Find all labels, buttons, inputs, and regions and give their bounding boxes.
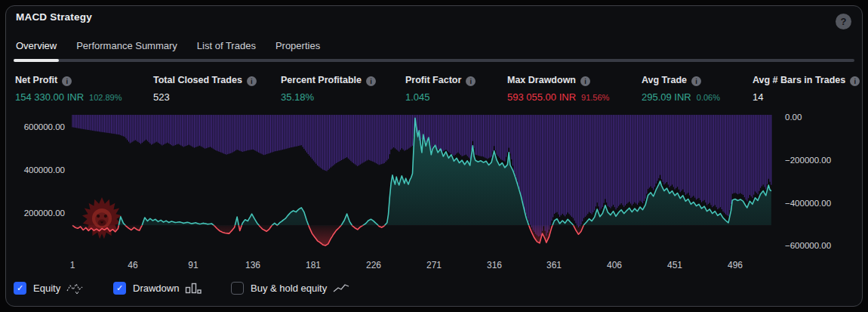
buy-hold-equity-toggle[interactable]: Buy & hold equity	[231, 282, 349, 295]
x-axis-tick: 271	[413, 260, 455, 270]
stat-label: Profit Factori	[405, 75, 476, 86]
buy-hold-equity-label: Buy & hold equity	[251, 283, 327, 294]
stat-value: 154 330.00 INR	[15, 91, 84, 103]
tab-properties[interactable]: Properties	[275, 40, 320, 51]
drawdown-label: Drawdown	[133, 283, 179, 294]
stat-net-profit: Net Profiti154 330.00 INR102.89%	[15, 75, 122, 103]
x-axis-tick: 46	[112, 260, 154, 270]
right-axis-tick: −400000.00	[785, 199, 831, 208]
stat-total-closed-trades: Total Closed Tradesi523	[153, 75, 257, 103]
stat-label: Max Drawdowni	[507, 75, 609, 86]
left-axis-tick: 200000.00	[0, 209, 65, 218]
stat-max-drawdown: Max Drawdowni593 055.00 INR91.56%	[507, 75, 609, 103]
x-axis-tick: 361	[533, 260, 575, 270]
left-axis-tick: 600000.00	[0, 122, 65, 131]
info-icon[interactable]: i	[466, 76, 476, 86]
x-axis-tick: 181	[292, 260, 334, 270]
info-icon[interactable]: i	[247, 76, 257, 86]
x-axis-tick: 406	[593, 260, 636, 270]
x-axis-tick: 496	[714, 260, 756, 270]
info-icon[interactable]: i	[580, 76, 590, 86]
stat-percent: 91.56%	[581, 93, 609, 102]
tab-performance-summary[interactable]: Performance Summary	[76, 40, 177, 51]
stat-value: 35.18%	[281, 91, 314, 103]
chart-plot	[0, 110, 868, 261]
right-axis-tick: −200000.00	[785, 156, 831, 165]
info-icon[interactable]: i	[62, 76, 72, 86]
x-axis-tick: 451	[654, 260, 696, 270]
stat-label: Avg # Bars in Tradesi	[753, 75, 860, 86]
x-axis-tick: 91	[172, 260, 214, 270]
help-icon[interactable]: ?	[836, 14, 851, 29]
tab-list-of-trades[interactable]: List of Trades	[197, 40, 256, 51]
stat-avg-trade: Avg Tradei295.09 INR0.06%	[642, 75, 720, 103]
x-axis-tick: 226	[352, 260, 395, 270]
drawdown-toggle[interactable]: ✓ Drawdown	[113, 282, 202, 295]
equity-toggle[interactable]: ✓ Equity	[14, 282, 85, 295]
chart-toggles: ✓ Equity ✓ Drawdown Buy & hold equity	[0, 277, 868, 301]
tabs-scrollbar-track[interactable]	[14, 59, 854, 62]
equity-checkbox[interactable]: ✓	[14, 282, 26, 295]
stat-profit-factor: Profit Factori1.045	[405, 75, 476, 103]
tab-bar: Overview Performance Summary List of Tra…	[16, 40, 320, 51]
info-icon[interactable]: i	[850, 76, 860, 86]
x-axis-tick: 136	[232, 260, 274, 270]
panel-title: MACD Strategy	[16, 11, 92, 23]
equity-label: Equity	[33, 283, 60, 294]
info-icon[interactable]: i	[366, 76, 376, 86]
stat-value: 523	[153, 91, 170, 103]
right-axis-tick: −600000.00	[785, 241, 831, 250]
stat-value: 295.09 INR	[642, 91, 691, 103]
stat-value: 14	[753, 91, 763, 103]
info-icon[interactable]: i	[691, 76, 701, 86]
tab-overview[interactable]: Overview	[16, 40, 57, 51]
stat-value: 593 055.00 INR	[507, 91, 576, 103]
tabs-scrollbar-thumb[interactable]	[14, 59, 59, 62]
equity-curve-icon	[66, 283, 85, 294]
right-axis-tick: 0.00	[785, 113, 802, 122]
stat-percent: 102.89%	[89, 93, 122, 102]
x-axis-tick: 1	[51, 260, 94, 270]
stat-label: Net Profiti	[15, 75, 122, 86]
stat-value: 1.045	[405, 91, 430, 103]
left-axis-tick: 400000.00	[0, 165, 65, 175]
stat-label: Avg Tradei	[642, 75, 720, 86]
stat-label: Percent Profitablei	[281, 75, 376, 86]
stat-label: Total Closed Tradesi	[153, 75, 257, 86]
equity-drawdown-chart[interactable]: 600000.00400000.00200000.000.00−200000.0…	[0, 110, 868, 274]
stat-percent-profitable: Percent Profitablei35.18%	[281, 75, 376, 103]
x-axis-tick: 316	[473, 260, 516, 270]
stat-percent: 0.06%	[697, 93, 720, 102]
line-icon	[333, 283, 349, 294]
stat-avg-bars-in-trades: Avg # Bars in Tradesi14	[753, 75, 860, 103]
buy-hold-equity-checkbox[interactable]	[231, 282, 244, 295]
drawdown-checkbox[interactable]: ✓	[113, 282, 126, 295]
histogram-icon	[185, 283, 202, 295]
